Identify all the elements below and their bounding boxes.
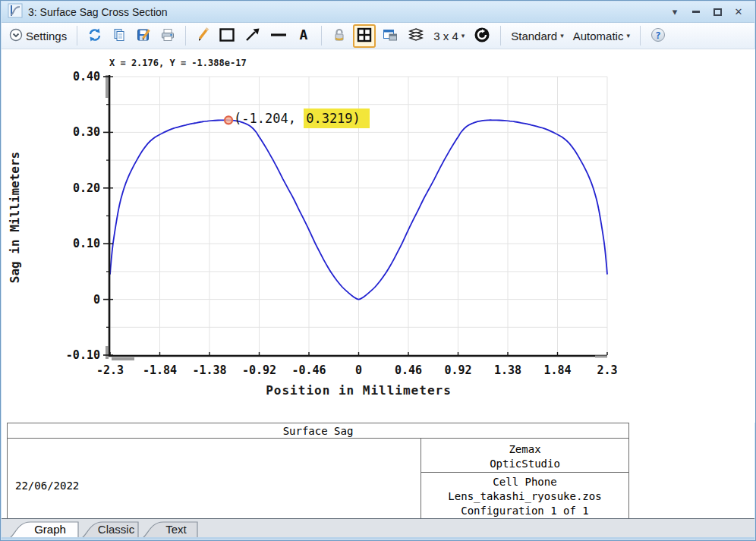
cursor-readout: X = 2.176, Y = -1.388e-17 xyxy=(109,58,247,68)
reset-icon xyxy=(474,27,490,46)
svg-text:0.92: 0.92 xyxy=(444,363,471,377)
close-button[interactable]: ✕ xyxy=(733,7,744,17)
tab-strip: Graph Classic Text xyxy=(2,518,754,539)
toolbar: Settings xyxy=(2,23,754,49)
automatic-dropdown[interactable]: Automatic ▾ xyxy=(570,27,633,45)
app-icon xyxy=(8,3,23,21)
layers-icon xyxy=(408,27,424,46)
print-icon xyxy=(160,27,175,45)
window-menu-button[interactable]: ▾ xyxy=(669,7,680,17)
refresh-button[interactable] xyxy=(84,25,106,47)
save-icon xyxy=(136,27,151,45)
pencil-tool-button[interactable] xyxy=(193,25,213,47)
text-tool-button[interactable]: A xyxy=(293,25,314,47)
analysis-details: 22/06/2022 Surface 14. Units are Millime… xyxy=(8,439,421,518)
info-table-title: Surface Sag xyxy=(7,423,629,439)
svg-text:0.10: 0.10 xyxy=(73,237,100,250)
save-button[interactable] xyxy=(133,25,154,47)
help-button[interactable]: ? xyxy=(647,25,669,47)
app-window: 3: Surface Sag Cross Section ▾ ✕ Setting… xyxy=(0,0,756,541)
arrow-tool-button[interactable] xyxy=(241,25,264,47)
line-icon xyxy=(270,27,287,45)
separator xyxy=(500,26,501,46)
brand-cell: Zemax OpticStudio xyxy=(421,439,628,473)
copy-button[interactable] xyxy=(109,25,130,47)
window-title: 3: Surface Sag Cross Section xyxy=(28,6,664,18)
grid-layout-dropdown[interactable]: 3 x 4 ▾ xyxy=(430,27,468,45)
help-icon: ? xyxy=(650,27,666,45)
svg-text:0.46: 0.46 xyxy=(395,363,422,377)
svg-text:-1.38: -1.38 xyxy=(192,363,226,377)
highlighted-value: 0.3219) xyxy=(304,109,370,128)
minimize-button[interactable] xyxy=(691,7,701,17)
x-axis-title: Position in Millimeters xyxy=(110,383,607,398)
text-tool-icon: A xyxy=(296,27,311,45)
settings-chevron-icon xyxy=(9,28,23,44)
separator xyxy=(77,26,77,46)
separator xyxy=(185,26,186,46)
titlebar[interactable]: 3: Surface Sag Cross Section ▾ ✕ xyxy=(2,2,754,23)
svg-text:-2.3: -2.3 xyxy=(96,363,124,377)
four-pane-grid-icon xyxy=(356,27,373,46)
rectangle-icon xyxy=(219,27,235,45)
svg-text:1.38: 1.38 xyxy=(494,363,521,377)
marker-annotation: (-1.204, 0.3219) xyxy=(234,109,370,128)
maximize-button[interactable] xyxy=(712,7,723,17)
line-tool-button[interactable] xyxy=(267,25,290,47)
refresh-icon xyxy=(87,27,102,45)
tab-text[interactable]: Text xyxy=(139,520,198,539)
chevron-down-icon: ▾ xyxy=(560,33,564,39)
window-overlay-icon xyxy=(382,27,398,45)
svg-text:0.30: 0.30 xyxy=(73,125,100,139)
tile-windows-button[interactable] xyxy=(353,24,376,48)
chevron-down-icon: ▾ xyxy=(626,33,630,39)
svg-text:-0.92: -0.92 xyxy=(242,363,276,377)
svg-text:0.20: 0.20 xyxy=(73,181,100,195)
svg-text:1.84: 1.84 xyxy=(543,363,571,377)
sag-plot: 0.400.300.200.100-0.10-2.3-1.84-1.38-0.9… xyxy=(2,49,756,423)
svg-text:-0.10: -0.10 xyxy=(66,348,100,362)
separator xyxy=(640,26,641,46)
graph-panel[interactable]: X = 2.176, Y = -1.388e-17 0.400.300.200.… xyxy=(2,49,756,423)
file-cell: Cell Phone Lens_takashi_ryosuke.zos Conf… xyxy=(421,473,628,518)
svg-text:-0.46: -0.46 xyxy=(291,363,326,377)
arrow-icon xyxy=(244,27,261,45)
pencil-icon xyxy=(196,27,209,45)
svg-text:0: 0 xyxy=(355,363,362,377)
svg-text:0: 0 xyxy=(93,293,100,307)
surface-stack-button[interactable] xyxy=(405,24,427,48)
copy-icon xyxy=(112,27,127,45)
print-button[interactable] xyxy=(157,25,178,47)
tab-classic[interactable]: Classic xyxy=(78,520,139,539)
reset-view-button[interactable] xyxy=(471,24,493,48)
rectangle-tool-button[interactable] xyxy=(216,25,238,47)
window-placement-button[interactable] xyxy=(379,25,402,47)
svg-text:-1.84: -1.84 xyxy=(143,363,177,377)
svg-text:?: ? xyxy=(655,29,661,40)
standard-dropdown[interactable]: Standard ▾ xyxy=(508,27,566,45)
svg-text:A: A xyxy=(300,27,308,42)
lock-button[interactable] xyxy=(329,25,350,47)
chevron-down-icon: ▾ xyxy=(461,33,465,39)
lock-icon xyxy=(332,27,347,45)
y-axis-title: Sag in Millimeters xyxy=(8,134,22,301)
separator xyxy=(321,26,322,46)
svg-text:0.40: 0.40 xyxy=(73,70,100,83)
info-table: Surface Sag 22/06/2022 Surface 14. Units… xyxy=(7,423,629,519)
settings-button[interactable]: Settings xyxy=(6,26,70,46)
tab-graph[interactable]: Graph xyxy=(6,520,79,539)
svg-text:2.3: 2.3 xyxy=(597,363,617,377)
